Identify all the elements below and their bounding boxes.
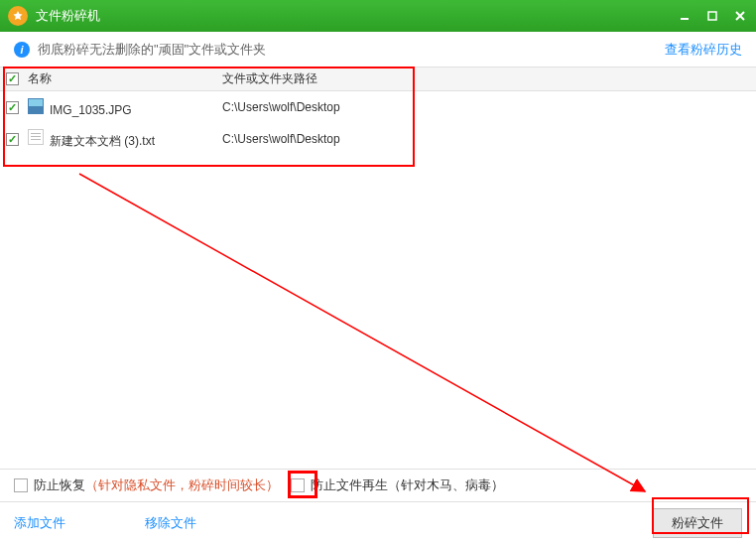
options-bar: 防止恢复 （针对隐私文件，粉碎时间较长） 防止文件再生（针对木马、病毒）	[0, 469, 756, 500]
minimize-button[interactable]	[677, 8, 693, 24]
window-title: 文件粉碎机	[36, 7, 677, 25]
prevent-regen-option: 防止文件再生（针对木马、病毒）	[291, 476, 504, 494]
file-name-cell: 新建文本文档 (3).txt	[24, 129, 218, 150]
prevent-regen-label: 防止文件再生（针对木马、病毒）	[311, 476, 504, 494]
table-row[interactable]: 新建文本文档 (3).txtC:\Users\wolf\Desktop	[0, 123, 756, 155]
prevent-regen-checkbox[interactable]	[291, 478, 305, 492]
remove-files-link[interactable]: 移除文件	[145, 514, 196, 532]
maximize-button[interactable]	[704, 8, 720, 24]
app-icon	[8, 6, 28, 26]
info-text: 彻底粉碎无法删除的"顽固"文件或文件夹	[38, 41, 665, 59]
info-icon: i	[14, 42, 30, 58]
column-path-header[interactable]: 文件或文件夹路径	[218, 70, 756, 87]
text-file-icon	[28, 129, 44, 145]
close-button[interactable]	[732, 8, 748, 24]
list-header: 名称 文件或文件夹路径	[0, 68, 756, 91]
file-path-cell: C:\Users\wolf\Desktop	[218, 100, 756, 114]
prevent-recover-checkbox[interactable]	[14, 478, 28, 492]
add-files-link[interactable]: 添加文件	[14, 514, 65, 532]
info-bar: i 彻底粉碎无法删除的"顽固"文件或文件夹 查看粉碎历史	[0, 32, 756, 68]
file-name: 新建文本文档 (3).txt	[50, 134, 155, 148]
svg-line-4	[79, 174, 645, 491]
prevent-recover-option: 防止恢复 （针对隐私文件，粉碎时间较长）	[14, 476, 279, 494]
select-all-checkbox[interactable]	[6, 72, 19, 85]
file-path-cell: C:\Users\wolf\Desktop	[218, 132, 756, 146]
file-list: 名称 文件或文件夹路径 IMG_1035.JPGC:\Users\wolf\De…	[0, 68, 756, 155]
svg-rect-1	[708, 12, 716, 20]
history-link[interactable]: 查看粉碎历史	[665, 41, 742, 59]
prevent-recover-label: 防止恢复	[34, 476, 85, 494]
row-checkbox[interactable]	[6, 101, 19, 114]
file-name: IMG_1035.JPG	[50, 103, 132, 117]
table-row[interactable]: IMG_1035.JPGC:\Users\wolf\Desktop	[0, 91, 756, 123]
titlebar: 文件粉碎机	[0, 0, 756, 32]
shred-button[interactable]: 粉碎文件	[653, 508, 742, 538]
column-name-header[interactable]: 名称	[24, 70, 218, 87]
prevent-recover-note: （针对隐私文件，粉碎时间较长）	[85, 476, 279, 494]
bottom-bar: 添加文件 移除文件 粉碎文件	[0, 501, 756, 543]
image-file-icon	[28, 98, 44, 114]
window-controls	[677, 8, 748, 24]
row-checkbox[interactable]	[6, 133, 19, 146]
file-name-cell: IMG_1035.JPG	[24, 98, 218, 117]
